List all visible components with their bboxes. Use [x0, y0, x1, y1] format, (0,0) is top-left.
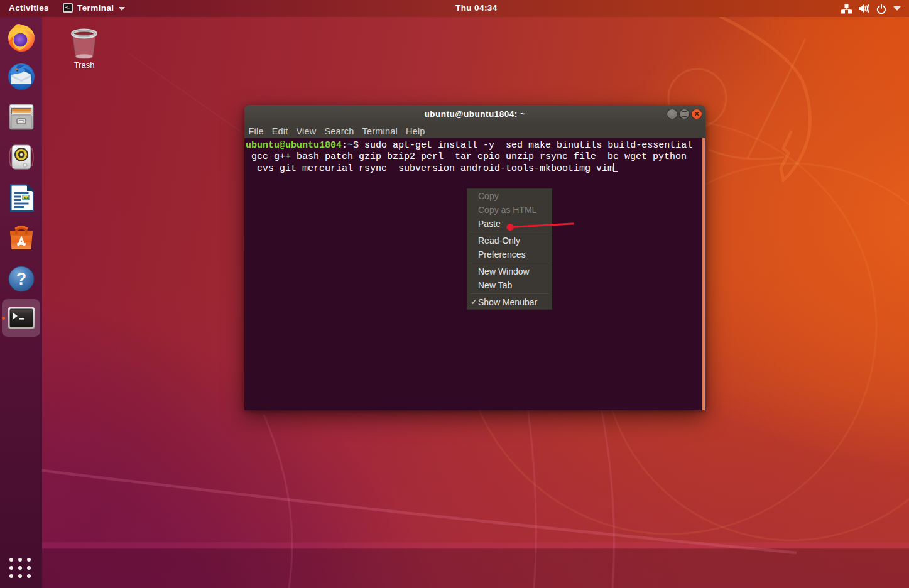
svg-text:?: ? — [16, 270, 27, 288]
